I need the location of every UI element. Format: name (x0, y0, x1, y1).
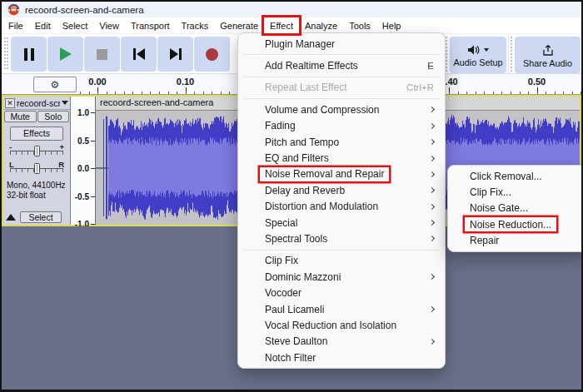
menu-item-label: Special (265, 217, 297, 229)
toolbar-grip[interactable] (446, 37, 447, 72)
timeline-minor-tick (493, 92, 494, 94)
submenu-arrow-icon (429, 306, 435, 312)
window-title: recoord-screen-and-camera (25, 5, 144, 15)
timeline-minor-tick (168, 92, 169, 94)
gain-slider-thumb[interactable] (34, 146, 40, 156)
track-header: ✕ recoord-scr (3, 97, 70, 110)
menubar-item-view[interactable]: View (93, 17, 125, 33)
menubar-item-tools[interactable]: Tools (343, 17, 376, 33)
timeline-minor-tick (142, 92, 142, 94)
effect-menu-item-clip-fix[interactable]: Clip Fix (238, 253, 445, 269)
audacity-window: recoord-screen-and-camera FileEditSelect… (0, 0, 583, 392)
toolbar-grip[interactable] (7, 37, 8, 71)
toolbar-grip[interactable] (511, 37, 512, 72)
menu-item-label: Repair (470, 235, 499, 246)
effect-menu-item-special[interactable]: Special (238, 215, 445, 231)
timeline-tick-label: 0.00 (88, 77, 106, 87)
menubar-item-transport[interactable]: Transport (125, 17, 176, 33)
effect-menu-item-dominic-mazzoni[interactable]: Dominic Mazzoni (238, 269, 445, 285)
menubar-item-generate[interactable]: Generate (214, 17, 264, 33)
submenu-arrow-icon (429, 155, 435, 161)
menubar-item-analyze[interactable]: Analyze (299, 17, 343, 33)
effect-menu-item-steve-daulton[interactable]: Steve Daulton (238, 334, 445, 350)
scale-label: 0.0 (77, 164, 89, 173)
menu-item-label: Steve Daulton (265, 335, 327, 347)
effect-menu: Plugin ManagerAdd Realtime EffectsERepea… (237, 32, 446, 369)
menu-item-label: Vocal Reduction and Isolation (265, 320, 396, 331)
effect-menu-item-add-realtime-effects[interactable]: Add Realtime EffectsE (238, 57, 445, 73)
menu-item-label: Paul Licameli (265, 304, 324, 315)
menu-item-label: Vocoder (265, 287, 301, 299)
effect-menu-item-spectral-tools[interactable]: Spectral Tools (238, 231, 445, 246)
timeline-minor-tick (466, 92, 467, 94)
menubar-item-help[interactable]: Help (376, 17, 407, 33)
effect-menu-item-vocal-reduction-and-isolation[interactable]: Vocal Reduction and Isolation (238, 317, 445, 333)
gain-slider[interactable]: - + (8, 143, 65, 158)
stop-button[interactable] (84, 37, 120, 72)
effect-menu-item-pitch-and-tempo[interactable]: Pitch and Tempo (238, 134, 445, 150)
menu-shortcut: Ctrl+R (406, 82, 434, 92)
submenu-item-repair[interactable]: Repair (448, 233, 583, 249)
timeline-minor-tick (132, 92, 133, 94)
timeline-minor-tick (124, 92, 125, 94)
menubar-item-select[interactable]: Select (57, 17, 94, 33)
menu-item-label: Spectral Tools (265, 233, 327, 245)
submenu-arrow-icon (429, 204, 435, 210)
gear-icon: ⚙ (51, 79, 60, 91)
menu-bar: FileEditSelectViewTransportTracksGenerat… (2, 17, 581, 34)
track-close-button[interactable]: ✕ (5, 98, 15, 108)
effect-menu-item-noise-removal-and-repair[interactable]: Noise Removal and Repair (238, 166, 445, 182)
submenu-item-clip-fix[interactable]: Clip Fix... (448, 184, 583, 200)
play-button[interactable] (47, 37, 83, 72)
pause-icon (24, 48, 34, 61)
menubar-item-edit[interactable]: Edit (29, 17, 57, 33)
audio-setup-button[interactable]: Audio Setup (450, 37, 506, 73)
skip-to-end-button[interactable] (157, 37, 193, 72)
timeline-minor-tick (563, 92, 564, 94)
menu-separator (244, 54, 439, 55)
timeline-options-button[interactable]: ⚙ (33, 77, 77, 92)
effect-menu-item-paul-licameli[interactable]: Paul Licameli (238, 301, 445, 317)
effect-menu-item-eq-and-filters[interactable]: EQ and Filters (238, 150, 445, 166)
menubar-item-effect[interactable]: Effect (264, 17, 299, 33)
timeline-minor-tick (221, 92, 222, 94)
stop-icon (97, 49, 107, 60)
timeline-minor-tick (150, 92, 151, 94)
collapse-track-icon[interactable] (6, 214, 16, 221)
pause-button[interactable] (11, 37, 47, 72)
effect-menu-item-notch-filter[interactable]: Notch Filter (238, 350, 445, 365)
submenu-item-noise-reduction[interactable]: Noise Reduction... (448, 216, 583, 232)
submenu-item-noise-gate[interactable]: Noise Gate... (448, 201, 583, 216)
effect-menu-item-fading[interactable]: Fading (238, 118, 445, 134)
timeline-minor-tick (555, 92, 556, 94)
effect-menu-item-distortion-and-modulation[interactable]: Distortion and Modulation (238, 199, 445, 215)
scale-tick (91, 224, 95, 225)
mute-button[interactable]: Mute (4, 111, 37, 122)
record-button[interactable] (194, 37, 230, 72)
menu-item-label: Pitch and Tempo (265, 136, 339, 148)
effect-menu-item-vocoder[interactable]: Vocoder (238, 285, 445, 300)
timeline-minor-tick (572, 92, 573, 94)
menubar-item-file[interactable]: File (2, 17, 29, 33)
pan-slider[interactable]: L R (8, 161, 65, 176)
toolbar-grip[interactable] (4, 37, 6, 71)
track-name[interactable]: recoord-scr (17, 98, 60, 108)
share-audio-button[interactable]: Share Audio (515, 37, 581, 73)
effect-menu-item-repeat-last-effect: Repeat Last EffectCtrl+R (238, 80, 445, 96)
play-icon (60, 47, 72, 61)
effect-menu-item-plugin-manager[interactable]: Plugin Manager (238, 36, 445, 52)
submenu-arrow-icon (429, 139, 435, 145)
solo-button[interactable]: Solo (37, 111, 70, 122)
effect-menu-item-volume-and-compression[interactable]: Volume and Compression (238, 102, 445, 117)
timeline-minor-tick (107, 92, 107, 94)
pan-slider-thumb[interactable] (34, 163, 40, 174)
timeline-minor-tick (212, 92, 212, 94)
effects-button[interactable]: Effects (10, 127, 63, 141)
track-menu-icon[interactable] (62, 101, 68, 105)
select-button[interactable]: Select (20, 211, 62, 223)
effect-menu-item-delay-and-reverb[interactable]: Delay and Reverb (238, 182, 445, 198)
submenu-item-click-removal[interactable]: Click Removal... (448, 168, 583, 184)
skip-to-start-button[interactable] (121, 37, 157, 72)
vertical-scale-ruler[interactable]: 1.00.50.0-0.5-1.0 (71, 97, 96, 225)
menubar-item-tracks[interactable]: Tracks (176, 17, 215, 33)
